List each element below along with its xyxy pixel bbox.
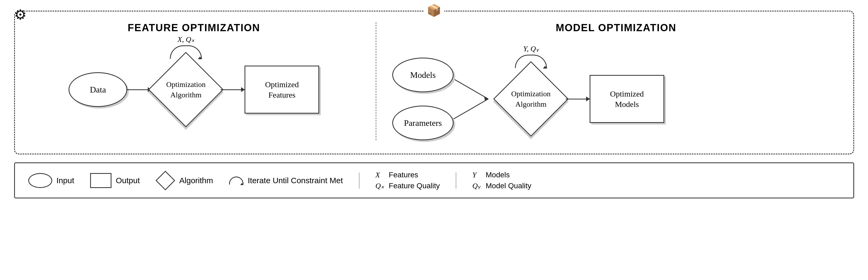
- svg-line-0: [454, 79, 488, 99]
- legend-qx-row: Qₓ Feature Quality: [375, 181, 440, 190]
- main-diagram: ⚙ 📦 FEATURE OPTIMIZATION Data: [14, 8, 854, 198]
- legend-loop-shape: [229, 177, 244, 185]
- sections-row: FEATURE OPTIMIZATION Data: [28, 22, 840, 140]
- feature-optimization-section: FEATURE OPTIMIZATION Data: [28, 22, 376, 140]
- legend-y-symbol: Y: [472, 171, 483, 179]
- legend-y-row: Y Models: [472, 171, 531, 179]
- svg-line-2: [454, 99, 488, 119]
- legend-qy-row: Qᵧ Model Quality: [472, 181, 531, 190]
- legend-x-symbol: X: [375, 171, 386, 179]
- outer-dashed-border: 📦 FEATURE OPTIMIZATION Data: [14, 11, 854, 154]
- legend-output-label: Output: [116, 176, 140, 185]
- feature-optimization-title: FEATURE OPTIMIZATION: [28, 22, 360, 34]
- models-input: Models: [392, 58, 454, 92]
- parameters-input: Parameters: [392, 105, 454, 140]
- optimized-models-output: Optimized Models: [590, 75, 664, 123]
- model-algorithm-diamond: Y, Qᵧ Optimization Algorithm: [496, 67, 566, 131]
- model-inputs-group: Models Parameters: [392, 58, 454, 140]
- legend-algorithm-label: Algorithm: [179, 176, 213, 185]
- optimized-features-output: Optimized Features: [245, 66, 319, 114]
- legend-input-item: Input: [28, 173, 74, 188]
- legend-x-desc: Features: [389, 171, 418, 179]
- model-optimization-title: MODEL OPTIMIZATION: [392, 22, 840, 34]
- converging-arrows-svg: [454, 62, 496, 136]
- model-optimization-section: MODEL OPTIMIZATION Models Parameters: [376, 22, 840, 140]
- legend-qy-desc: Model Quality: [486, 182, 531, 190]
- legend-model-keys: Y Models Qᵧ Model Quality: [472, 171, 531, 190]
- legend-qx-symbol: Qₓ: [375, 181, 386, 190]
- legend-algorithm-item: Algorithm: [156, 171, 213, 190]
- feature-flow-row: Data X, Qₓ: [28, 58, 360, 122]
- legend-output-shape: [90, 173, 112, 188]
- arrow-algo-to-output: [220, 89, 245, 90]
- data-input: Data: [68, 72, 127, 107]
- model-loop-label: Y, Qᵧ: [523, 44, 538, 53]
- legend-feature-keys: X Features Qₓ Feature Quality: [375, 171, 440, 190]
- feature-diamond-shape: [148, 52, 224, 127]
- legend-algorithm-shape: [156, 171, 176, 190]
- model-flow-row: Models Parameters: [392, 58, 840, 140]
- legend-output-item: Output: [90, 173, 140, 188]
- legend-x-row: X Features: [375, 171, 440, 179]
- arrow-model-algo-to-output: [566, 99, 590, 99]
- legend-qx-desc: Feature Quality: [389, 182, 440, 190]
- legend-divider-2: [456, 173, 456, 189]
- feature-algorithm-diamond: X, Qₓ Optimization Algorithm: [151, 58, 220, 122]
- feature-loop-label: X, Qₓ: [178, 35, 194, 44]
- legend-input-label: Input: [57, 176, 74, 185]
- legend-y-desc: Models: [486, 171, 509, 179]
- top-section: ⚙ 📦 FEATURE OPTIMIZATION Data: [14, 8, 854, 154]
- legend-iterate-item: Iterate Until Constraint Met: [229, 176, 343, 185]
- legend-iterate-label: Iterate Until Constraint Met: [248, 176, 343, 185]
- model-diamond-shape: [493, 61, 568, 137]
- legend-algorithm-wrap: [156, 171, 175, 190]
- legend-input-shape: [28, 173, 52, 188]
- arrow-data-to-algo: [127, 89, 151, 90]
- legend-divider-1: [359, 173, 360, 189]
- box-icon: 📦: [424, 3, 444, 17]
- legend-box: Input Output Algorithm Iterate Until Con…: [14, 162, 854, 198]
- legend-qy-symbol: Qᵧ: [472, 181, 483, 190]
